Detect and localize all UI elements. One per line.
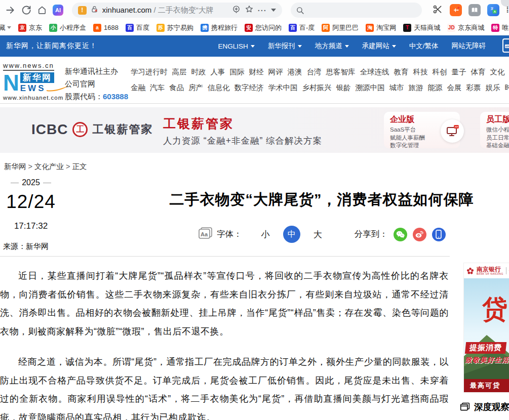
chevron-down-icon bbox=[7, 26, 11, 29]
deep-observation-section[interactable]: 深度观察 bbox=[460, 401, 509, 413]
nav-link[interactable]: 教育 bbox=[394, 68, 409, 76]
bookmark-item[interactable]: T 天猫商城 bbox=[403, 23, 440, 32]
topbar-link[interactable]: 中文/繁体 bbox=[409, 41, 439, 51]
nav-link[interactable]: 彩票 bbox=[466, 83, 481, 92]
screenshot-scissors-icon[interactable] bbox=[433, 4, 443, 17]
bookmark-favicon: 百 bbox=[289, 24, 297, 32]
nav-link[interactable]: 旅游 bbox=[409, 83, 423, 92]
bookmark-label: 天猫商城 bbox=[414, 23, 440, 32]
url-text[interactable]: xinhuanet.com / 二手衣物变“大牌 bbox=[102, 6, 214, 15]
nav-link[interactable]: 时尚 bbox=[505, 83, 509, 92]
breadcrumb-item[interactable]: 文化产业 bbox=[26, 162, 64, 171]
bookmark-item[interactable]: 小 小程序盒 bbox=[49, 23, 86, 32]
nav-link[interactable]: 食品 bbox=[169, 83, 184, 92]
address-more-icon[interactable]: ··· bbox=[258, 6, 267, 15]
font-small-button[interactable]: 小 bbox=[261, 229, 270, 240]
bookmark-item[interactable]: 安 您访问的 bbox=[245, 23, 282, 32]
article-body: 近日，某些直播间打着“大牌尾货”“孤品样衣”等宣传口号，将回收的二手衣物宣传为高… bbox=[0, 259, 449, 420]
home-icon[interactable] bbox=[37, 5, 47, 16]
breadcrumb-item[interactable]: 正文 bbox=[64, 162, 87, 171]
xinhuanet-logo[interactable]: www.news.cn N 新华网 EWS www.xinhuanet.com bbox=[3, 61, 64, 101]
address-dropdown-icon[interactable] bbox=[271, 9, 276, 12]
breadcrumb-item[interactable]: 新华网 bbox=[4, 162, 26, 171]
reload-icon[interactable] bbox=[21, 5, 31, 16]
bookmark-item[interactable]: 百 百-度 bbox=[289, 23, 315, 32]
nav-link[interactable]: 能源 bbox=[428, 83, 443, 92]
bookmark-star-icon[interactable] bbox=[245, 5, 254, 16]
nav-link[interactable]: 思客智库 bbox=[326, 68, 356, 76]
menu-kebab-icon[interactable]: ⁞ bbox=[506, 5, 509, 15]
bookmark-item[interactable]: 京 京东 bbox=[18, 23, 42, 32]
wechat-share-icon[interactable] bbox=[394, 228, 407, 241]
icbc-banner-ad[interactable]: ICBC 工 工银薪管家 工银薪管家 人力资源 “金融+非金融” 综合解决方案 … bbox=[0, 107, 509, 153]
nav-link[interactable]: 体育 bbox=[471, 68, 486, 76]
bookmark-item[interactable]: 百 百度 bbox=[126, 23, 149, 32]
bookmark-item[interactable]: 特 唯品会 bbox=[491, 23, 509, 32]
reader-mode-icon[interactable] bbox=[232, 5, 241, 16]
topbar-link[interactable]: 承建网站 bbox=[362, 41, 396, 51]
bookmark-label: 苏宁易购 bbox=[167, 23, 193, 32]
topbar-link[interactable]: ENGLISH bbox=[218, 43, 254, 50]
nav-link[interactable]: 港澳 bbox=[288, 68, 302, 76]
nav-link[interactable]: 房产 bbox=[188, 83, 203, 92]
nav-link[interactable]: 网评 bbox=[268, 68, 283, 76]
nav-link[interactable]: 会展 bbox=[447, 83, 462, 92]
games-icon[interactable] bbox=[450, 4, 462, 16]
nav-link[interactable]: 量子 bbox=[452, 68, 466, 76]
app-qr-icon[interactable]: APP bbox=[502, 38, 509, 54]
nav-link[interactable]: 时政 bbox=[191, 68, 206, 76]
nav-link[interactable]: 娱乐 bbox=[486, 83, 500, 92]
nav-link[interactable]: 财经 bbox=[249, 68, 264, 76]
nav-link[interactable]: 银龄 bbox=[336, 83, 351, 92]
site-warning-icon[interactable]: ! bbox=[78, 6, 87, 15]
topbar-link[interactable]: 新华报刊 bbox=[268, 41, 302, 51]
font-large-button[interactable]: 大 bbox=[314, 229, 322, 240]
nav-link[interactable]: 数字经济 bbox=[234, 83, 264, 92]
translate-icon[interactable]: 文A bbox=[487, 4, 499, 16]
nav-link[interactable]: 全球连线 bbox=[360, 68, 389, 76]
ai-assistant-icon[interactable]: AI bbox=[53, 5, 63, 16]
nav-link[interactable]: 信息化 bbox=[208, 83, 230, 92]
article-title: 二手衣物变“大牌尾货”，消费者权益如何保障 bbox=[134, 190, 509, 210]
nav-link[interactable]: 金融 bbox=[131, 83, 145, 92]
bank-flower-icon bbox=[466, 267, 474, 275]
stock-code[interactable]: 603888 bbox=[103, 92, 128, 101]
bookmark-item[interactable]: a 1688 bbox=[93, 24, 119, 32]
nanjing-bank-ad[interactable]: 南京银行 BANK OF NANJING 个人金融 贷 提振消费 致敬美好生活 … bbox=[464, 263, 509, 392]
weibo-share-icon[interactable] bbox=[413, 228, 426, 241]
bookmark-item[interactable]: JD 京东商城 bbox=[447, 23, 484, 32]
nav-link[interactable]: 科创 bbox=[433, 68, 447, 76]
nav-link[interactable]: 城市 bbox=[389, 83, 404, 92]
chevron-down-icon bbox=[345, 45, 349, 48]
mobile-share-icon[interactable] bbox=[432, 228, 446, 241]
forward-icon[interactable] bbox=[5, 5, 15, 16]
card-title: 员工版 bbox=[486, 114, 509, 125]
bookmark-item[interactable]: 苏 苏宁易购 bbox=[156, 23, 193, 32]
source-name[interactable]: 新华网 bbox=[26, 242, 49, 250]
nav-link[interactable]: 高层 bbox=[172, 68, 187, 76]
nav-link[interactable]: 乡村振兴 bbox=[302, 83, 332, 92]
search-input[interactable] bbox=[291, 3, 422, 18]
nav-link[interactable]: 文化 bbox=[490, 68, 505, 76]
bookmark-item[interactable]: 阿 阿里巴巴 bbox=[322, 23, 359, 32]
nav-link[interactable]: 学术中国 bbox=[268, 83, 298, 92]
nav-link[interactable]: 人事 bbox=[211, 68, 225, 76]
nav-link[interactable]: 国际 bbox=[230, 68, 245, 76]
nav-link[interactable]: 学习进行时 bbox=[131, 68, 168, 76]
reading-list-icon[interactable] bbox=[468, 4, 481, 16]
nav-link[interactable]: 汽车 bbox=[150, 83, 165, 92]
bookmarks-overflow[interactable]: 藏 bbox=[0, 23, 11, 32]
nav-link[interactable]: 科技 bbox=[413, 68, 428, 76]
nav-link[interactable]: 台湾 bbox=[307, 68, 322, 76]
topbar-link[interactable]: 地方频道 bbox=[315, 41, 349, 51]
ad-slogan-sub: 致敬美好生活 bbox=[465, 356, 509, 365]
insecure-lock-icon[interactable] bbox=[91, 6, 98, 15]
banner-card-enterprise[interactable]: 企业版 SaaS平台赋能人事薪酬数字化管理 bbox=[384, 112, 460, 148]
font-medium-button[interactable]: 中 bbox=[283, 226, 300, 243]
address-bar[interactable]: ! xinhuanet.com / 二手衣物变“大牌 ··· bbox=[72, 3, 282, 18]
nav-link[interactable]: 溯源中国 bbox=[356, 83, 385, 92]
topbar-link[interactable]: 网站无障碍 bbox=[452, 41, 486, 51]
bookmark-item[interactable]: 淘 淘宝网 bbox=[366, 23, 396, 32]
banner-card-employee[interactable]: 员工版 微信小程序员工日常管理基础金融服务 bbox=[480, 112, 509, 148]
bookmark-item[interactable]: 携 携程旅行 bbox=[201, 23, 238, 32]
